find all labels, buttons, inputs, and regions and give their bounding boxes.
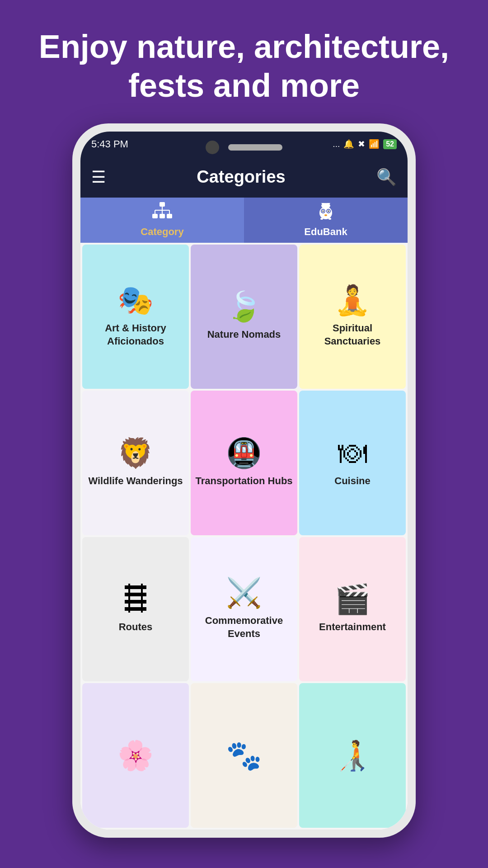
search-button[interactable]: 🔍 (376, 168, 397, 187)
routes-icon: 🛤 (121, 585, 150, 613)
tab-bar: Category (80, 198, 408, 243)
svg-rect-21 (328, 218, 331, 220)
paw-icon: 🐾 (226, 741, 262, 770)
art-history-label: Art & History Aficionados (87, 322, 184, 348)
commemorative-label: Commemorative Events (195, 614, 293, 640)
spiritual-label: Spiritual Sanctuaries (304, 322, 401, 348)
category-cell-spiritual[interactable]: 🧘 Spiritual Sanctuaries (299, 245, 406, 389)
wildlife-label: Wildlife Wanderings (88, 475, 183, 488)
category-cell-flower[interactable]: 🌸 (82, 683, 189, 828)
wifi-icon: 📶 (369, 139, 380, 149)
phone-frame: 5:43 PM ... 🔔 ✖ 📶 52 ☰ Categories 🔍 (72, 123, 416, 838)
spiritual-icon: 🧘 (334, 286, 371, 315)
phone-top-decorations (206, 141, 282, 154)
tab-edubank[interactable]: EduBank (244, 198, 408, 243)
notification-icon: 🔔 (343, 139, 354, 149)
app-bar: ☰ Categories 🔍 (80, 157, 408, 198)
tab-category-label: Category (141, 226, 183, 238)
camera (206, 141, 219, 154)
flower-icon: 🌸 (117, 741, 154, 770)
category-cell-wildlife[interactable]: 🦁 Wildlife Wanderings (82, 391, 189, 535)
art-history-icon: 🎭 (117, 286, 154, 315)
status-icons: ... 🔔 ✖ 📶 52 (333, 139, 397, 149)
status-time: 5:43 PM (91, 138, 128, 150)
battery-indicator: 52 (383, 139, 397, 149)
commemorative-icon: ⚔️ (226, 578, 262, 607)
svg-rect-1 (152, 214, 158, 218)
category-cell-transportation[interactable]: 🚇 Transportation Hubs (191, 391, 297, 535)
svg-rect-2 (160, 214, 165, 218)
category-cell-cuisine[interactable]: 🍽 Cuisine (299, 391, 406, 535)
category-grid: 🎭 Art & History Aficionados 🍃 Nature Nom… (80, 243, 408, 830)
svg-point-19 (324, 214, 327, 216)
phone-screen: 5:43 PM ... 🔔 ✖ 📶 52 ☰ Categories 🔍 (80, 132, 408, 830)
category-cell-routes[interactable]: 🛤 Routes (82, 537, 189, 682)
entertainment-icon: 🎬 (334, 585, 371, 613)
wildlife-icon: 🦁 (117, 439, 154, 467)
speaker (228, 144, 282, 151)
svg-point-15 (328, 211, 329, 212)
person-icon: 🧑‍🦯 (334, 741, 371, 770)
category-cell-paw[interactable]: 🐾 (191, 683, 297, 828)
category-cell-entertainment[interactable]: 🎬 Entertainment (299, 537, 406, 682)
transportation-icon: 🚇 (226, 439, 262, 467)
category-cell-nature-nomads[interactable]: 🍃 Nature Nomads (191, 245, 297, 389)
tab-edubank-label: EduBank (304, 226, 347, 238)
category-cell-person[interactable]: 🧑‍🦯 (299, 683, 406, 828)
entertainment-label: Entertainment (319, 621, 386, 634)
svg-rect-3 (167, 214, 172, 218)
menu-button[interactable]: ☰ (91, 168, 106, 187)
category-cell-art-history[interactable]: 🎭 Art & History Aficionados (82, 245, 189, 389)
svg-rect-20 (320, 218, 323, 220)
category-tab-icon (152, 202, 172, 224)
nature-nomads-icon: 🍃 (226, 292, 262, 321)
nature-nomads-label: Nature Nomads (207, 328, 281, 341)
svg-rect-0 (160, 202, 165, 207)
sim-icon: ✖ (358, 139, 365, 149)
cuisine-label: Cuisine (334, 475, 370, 488)
svg-point-14 (323, 211, 324, 212)
status-dots: ... (333, 139, 340, 149)
cuisine-icon: 🍽 (338, 439, 367, 467)
transportation-label: Transportation Hubs (195, 475, 292, 488)
edubank-tab-icon (317, 202, 335, 224)
svg-point-9 (319, 207, 332, 219)
routes-label: Routes (119, 621, 153, 634)
tab-category[interactable]: Category (80, 198, 244, 243)
app-bar-title: Categories (197, 167, 285, 187)
category-cell-commemorative[interactable]: ⚔️ Commemorative Events (191, 537, 297, 682)
hero-text: Enjoy nature, architecture, fests and mo… (0, 0, 488, 123)
